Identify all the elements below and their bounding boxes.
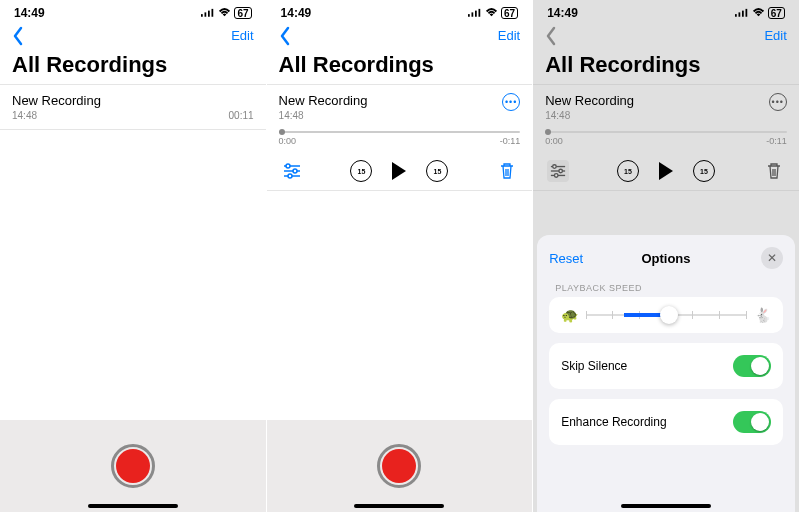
speed-card: 🐢 🐇	[549, 297, 783, 333]
nav-bar: Edit	[267, 22, 533, 52]
skip-back-button[interactable]: 15	[350, 160, 372, 182]
record-bar	[267, 420, 533, 512]
svg-point-21	[553, 165, 557, 169]
recording-time: 14:48	[279, 110, 368, 121]
battery-icon: 67	[234, 7, 251, 19]
turtle-icon: 🐢	[561, 307, 578, 323]
back-button	[545, 26, 557, 44]
reset-button[interactable]: Reset	[549, 251, 583, 266]
svg-point-9	[286, 164, 290, 168]
skip-back-button: 15	[617, 160, 639, 182]
edit-button: Edit	[764, 28, 786, 43]
svg-point-25	[555, 174, 559, 178]
svg-point-23	[559, 169, 563, 173]
page-title: All Recordings	[267, 52, 533, 84]
options-sheet: Reset Options ✕ PLAYBACK SPEED 🐢 🐇 Skip …	[537, 235, 795, 512]
recording-time: 14:48	[545, 110, 634, 121]
options-icon	[547, 160, 569, 182]
elapsed-time: 0:00	[279, 136, 297, 146]
clock: 14:49	[281, 6, 312, 20]
page-title: All Recordings	[0, 52, 266, 84]
status-bar: 14:49 67	[0, 0, 266, 22]
recording-name: New Recording	[545, 93, 634, 108]
player-controls: 15 15	[545, 160, 787, 182]
scrubber[interactable]: 0:00 -0:11	[279, 131, 521, 146]
signal-icon	[468, 8, 482, 18]
scrubber-track[interactable]	[279, 131, 521, 133]
back-button[interactable]	[279, 26, 291, 44]
sheet-title: Options	[641, 251, 690, 266]
status-right: 67	[468, 7, 518, 19]
svg-rect-16	[735, 14, 737, 17]
wifi-icon	[218, 8, 231, 18]
status-bar: 14:49 67	[267, 0, 533, 22]
svg-rect-7	[479, 9, 481, 17]
svg-point-11	[293, 169, 297, 173]
svg-rect-18	[742, 11, 744, 17]
options-icon[interactable]	[281, 160, 303, 182]
delete-button	[763, 160, 785, 182]
nav-bar: Edit	[533, 22, 799, 52]
home-indicator[interactable]	[88, 504, 178, 508]
home-indicator[interactable]	[621, 504, 711, 508]
battery-icon: 67	[768, 7, 785, 19]
edit-button[interactable]: Edit	[231, 28, 253, 43]
scrubber-track	[545, 131, 787, 133]
svg-rect-1	[205, 12, 207, 16]
skip-silence-toggle[interactable]	[733, 355, 771, 377]
scrubber: 0:00 -0:11	[545, 131, 787, 146]
edit-button[interactable]: Edit	[498, 28, 520, 43]
status-bar: 14:49 67	[533, 0, 799, 22]
record-button[interactable]	[111, 444, 155, 488]
enhance-label: Enhance Recording	[561, 415, 666, 429]
record-icon	[116, 449, 150, 483]
remaining-time: -0:11	[500, 136, 521, 146]
home-indicator[interactable]	[354, 504, 444, 508]
clock: 14:49	[547, 6, 578, 20]
sheet-header: Reset Options ✕	[545, 245, 787, 279]
status-right: 67	[201, 7, 251, 19]
play-button[interactable]	[392, 162, 406, 180]
skip-silence-label: Skip Silence	[561, 359, 627, 373]
nav-bar: Edit	[0, 22, 266, 52]
skip-silence-row: Skip Silence	[549, 343, 783, 389]
recording-row-expanded: New Recording 14:48 ••• 0:00 -0:11 15 15	[267, 84, 533, 191]
battery-icon: 67	[501, 7, 518, 19]
play-button	[659, 162, 673, 180]
close-button[interactable]: ✕	[761, 247, 783, 269]
speed-thumb[interactable]	[660, 306, 678, 324]
page-title: All Recordings	[533, 52, 799, 84]
screen-options-sheet: 14:49 67 Edit All Recordings New Recordi…	[533, 0, 800, 512]
speed-track[interactable]	[586, 314, 746, 316]
svg-point-13	[288, 174, 292, 178]
speed-section-label: PLAYBACK SPEED	[545, 279, 787, 297]
back-button[interactable]	[12, 26, 24, 44]
record-button[interactable]	[377, 444, 421, 488]
clock: 14:49	[14, 6, 45, 20]
svg-rect-17	[738, 12, 740, 16]
more-button[interactable]: •••	[502, 93, 520, 111]
svg-rect-5	[472, 12, 474, 16]
recording-name: New Recording	[279, 93, 368, 108]
speed-slider[interactable]: 🐢 🐇	[561, 307, 771, 323]
enhance-toggle[interactable]	[733, 411, 771, 433]
svg-rect-19	[745, 9, 747, 17]
svg-rect-4	[468, 14, 470, 17]
svg-rect-3	[212, 9, 214, 17]
svg-rect-6	[475, 11, 477, 17]
recording-duration: 00:11	[229, 110, 254, 121]
recording-name: New Recording	[12, 93, 101, 108]
record-icon	[382, 449, 416, 483]
skip-fwd-button: 15	[693, 160, 715, 182]
recording-row[interactable]: New Recording 14:48 00:11	[0, 84, 266, 130]
skip-fwd-button[interactable]: 15	[426, 160, 448, 182]
record-bar	[0, 420, 266, 512]
svg-rect-0	[201, 14, 203, 17]
svg-rect-2	[208, 11, 210, 17]
recording-row-expanded: New Recording 14:48 ••• 0:00 -0:11 15 15	[533, 84, 799, 191]
enhance-row: Enhance Recording	[549, 399, 783, 445]
elapsed-time: 0:00	[545, 136, 563, 146]
wifi-icon	[752, 8, 765, 18]
signal-icon	[201, 8, 215, 18]
delete-button[interactable]	[496, 160, 518, 182]
